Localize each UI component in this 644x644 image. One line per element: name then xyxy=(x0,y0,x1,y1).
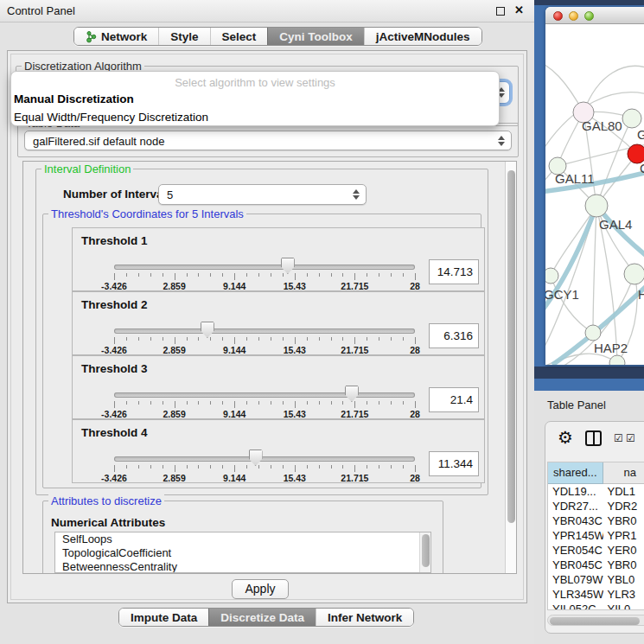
network-node-ga[interactable] xyxy=(622,109,641,128)
table-cell[interactable]: YBR043C xyxy=(548,513,603,528)
settings-scrollbar[interactable] xyxy=(505,162,516,573)
table-cell[interactable]: YDL1 xyxy=(603,484,644,499)
table-row[interactable]: YBR043CYBR0 xyxy=(548,513,644,528)
table-row[interactable]: YLR345WYLR3 xyxy=(548,587,644,602)
stepper-arrows-icon[interactable] xyxy=(351,188,360,201)
slider-tick xyxy=(319,401,320,405)
slider-handle[interactable] xyxy=(345,386,359,402)
split-columns-icon[interactable] xyxy=(585,430,602,446)
close-icon[interactable]: ✕ xyxy=(514,3,524,16)
table-cell[interactable]: YDR2 xyxy=(603,499,644,513)
network-window-titlebar[interactable] xyxy=(545,7,644,24)
zoom-traffic-light-icon[interactable] xyxy=(584,11,594,21)
table-cell[interactable]: YDL19... xyxy=(548,484,603,499)
network-node-gcy1[interactable] xyxy=(545,268,558,284)
algorithm-dropdown-popup: Select algorithm to view settings Manual… xyxy=(10,71,500,126)
slider-tick xyxy=(126,401,127,405)
tab-style[interactable]: Style xyxy=(158,28,209,45)
table-row[interactable]: YPR145WYPR1 xyxy=(548,528,644,543)
network-node-hap2[interactable] xyxy=(585,325,601,341)
slider-track[interactable] xyxy=(114,456,415,462)
table-cell[interactable]: YIL0 xyxy=(603,602,644,610)
network-canvas[interactable]: GAL80GACGAL11GAL4GCY1HAHAP2 xyxy=(545,24,644,365)
slider-track[interactable] xyxy=(114,392,415,398)
number-of-intervals-combobox[interactable]: 5 xyxy=(158,184,367,205)
table-cell[interactable]: YIL052C xyxy=(548,602,603,610)
table-row[interactable]: YBL079WYBL0 xyxy=(548,572,644,587)
tab-network[interactable]: Network xyxy=(74,28,158,45)
table-cell[interactable]: YER054C xyxy=(548,543,603,558)
dropdown-item-equal-width[interactable]: Equal Width/Frequency Discretization xyxy=(11,108,499,126)
tab-jactivemnodules[interactable]: jActiveMNodules xyxy=(364,28,481,45)
slider-handle[interactable] xyxy=(249,450,263,466)
number-of-intervals-label: Number of Intervals xyxy=(63,188,173,201)
slider-track[interactable] xyxy=(114,265,415,270)
table-cell[interactable]: YBR045C xyxy=(548,558,603,572)
slider-handle[interactable] xyxy=(281,258,295,274)
apply-button[interactable]: Apply xyxy=(232,579,289,599)
table-cell[interactable]: YLR3 xyxy=(603,587,644,602)
scrollbar-thumb[interactable] xyxy=(550,617,640,625)
network-node-gal4[interactable] xyxy=(585,194,608,217)
network-node-ha[interactable] xyxy=(624,264,644,284)
table-row[interactable]: YDR27...YDR2 xyxy=(548,499,644,513)
slider-tick xyxy=(295,401,296,408)
network-node-label: HAP2 xyxy=(594,341,628,355)
attribute-item[interactable]: TopologicalCoefficient xyxy=(55,546,419,560)
table-cell[interactable]: YLR345W xyxy=(548,587,603,602)
slider-handle[interactable] xyxy=(201,322,214,338)
minimize-traffic-light-icon[interactable] xyxy=(569,11,578,21)
threshold-value-field[interactable]: 14.713 xyxy=(429,259,479,284)
slider-tick xyxy=(198,465,199,469)
checkbox-icon[interactable]: ☑ xyxy=(614,432,624,444)
stepper-arrows-icon[interactable] xyxy=(496,135,506,147)
slider-tick xyxy=(258,401,259,405)
slider-tick xyxy=(403,273,404,277)
table-data-combobox[interactable]: galFiltered.sif default node xyxy=(24,131,512,150)
threshold-value-field[interactable]: 6.316 xyxy=(429,323,479,348)
attributes-scrollbar[interactable] xyxy=(419,532,430,572)
dropdown-placeholder: Select algorithm to view settings xyxy=(11,72,499,90)
slider-tick-label: 15.43 xyxy=(273,281,316,291)
tab-discretize-data[interactable]: Discretize Data xyxy=(208,609,316,626)
close-traffic-light-icon[interactable] xyxy=(553,11,563,21)
tab-impute-data[interactable]: Impute Data xyxy=(119,609,208,626)
network-node[interactable] xyxy=(609,355,625,365)
table-cell[interactable]: YPR1 xyxy=(603,528,644,543)
gear-icon[interactable]: ⚙ xyxy=(558,429,573,446)
table-horizontal-scrollbar[interactable] xyxy=(547,615,644,626)
dropdown-item-manual[interactable]: Manual Discretization xyxy=(11,90,499,108)
attribute-item[interactable]: BetweennessCentrality xyxy=(55,560,419,573)
table-cell[interactable]: YBL0 xyxy=(603,572,644,587)
slider-tick xyxy=(342,465,343,469)
network-node-label: HA xyxy=(638,287,644,302)
column-header-shared[interactable]: shared... xyxy=(548,462,603,484)
tab-infer-network[interactable]: Infer Network xyxy=(316,609,413,626)
network-node-label: GAL4 xyxy=(599,217,632,232)
table-row[interactable]: YER054CYER0 xyxy=(548,543,644,558)
table-row[interactable]: YDL19...YDL1 xyxy=(548,484,644,499)
tab-select[interactable]: Select xyxy=(210,28,268,45)
scrollbar-thumb[interactable] xyxy=(507,170,515,523)
table-cell[interactable]: YBL079W xyxy=(548,572,603,587)
table-cell[interactable]: YER0 xyxy=(603,543,644,558)
tab-cyni-toolbox[interactable]: Cyni Toolbox xyxy=(267,28,364,45)
attribute-item[interactable]: SelfLoops xyxy=(55,532,419,546)
table-row[interactable]: YIL052CYIL0 xyxy=(548,602,644,610)
numerical-attributes-list[interactable]: SelfLoopsTopologicalCoefficientBetweenne… xyxy=(54,532,431,573)
float-window-icon[interactable] xyxy=(496,7,505,16)
table-cell[interactable]: YBR0 xyxy=(603,513,644,528)
column-header-name[interactable]: na xyxy=(603,462,644,484)
table-cell[interactable]: YDR27... xyxy=(548,499,603,513)
scrollbar-thumb[interactable] xyxy=(422,534,430,567)
interval-definition-title: Interval Definition xyxy=(41,163,133,175)
threshold-value-field[interactable]: 21.4 xyxy=(429,387,479,412)
table-cell[interactable]: YPR145W xyxy=(548,528,603,543)
table-cell[interactable]: YBR0 xyxy=(603,558,644,572)
slider-tick xyxy=(175,465,175,472)
slider-track[interactable] xyxy=(114,328,415,334)
threshold-value-field[interactable]: 11.344 xyxy=(429,451,479,476)
table-row[interactable]: YBR045CYBR0 xyxy=(548,558,644,572)
checkbox-icon[interactable]: ☑ xyxy=(626,432,636,444)
slider-tick xyxy=(319,465,320,469)
